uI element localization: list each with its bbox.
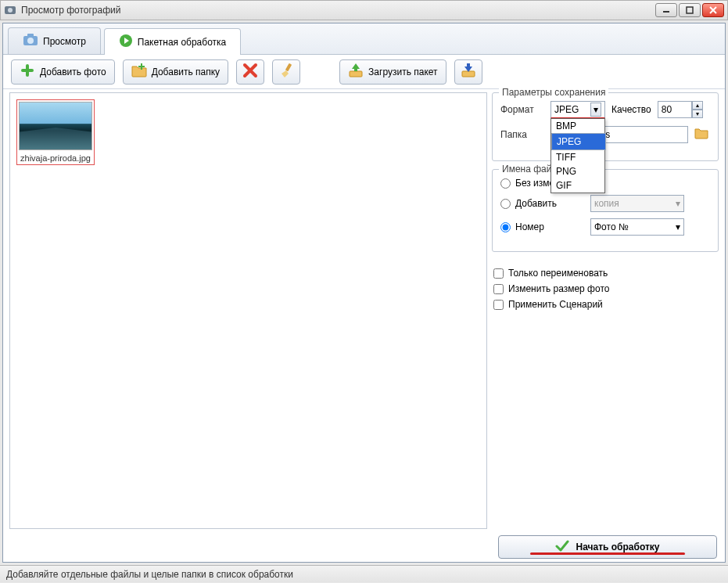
format-option-jpeg[interactable]: JPEG <box>551 133 606 150</box>
svg-rect-3 <box>687 7 693 13</box>
format-option-png[interactable]: PNG <box>551 164 604 178</box>
suffix-value: копия <box>594 198 619 209</box>
tab-preview[interactable]: Просмотр <box>8 27 101 54</box>
close-button[interactable] <box>702 3 724 17</box>
load-batch-label: Загрузить пакет <box>368 67 437 77</box>
svg-rect-21 <box>462 71 475 77</box>
window-title: Просмотр фотографий <box>21 5 655 16</box>
titlebar: Просмотр фотографий <box>0 0 728 20</box>
load-batch-button[interactable]: Загрузить пакет <box>339 59 446 85</box>
chevron-down-icon: ▾ <box>676 221 680 232</box>
filenames-legend: Имена фай <box>499 164 554 175</box>
delete-icon <box>242 63 258 81</box>
folder-plus-icon <box>131 63 147 80</box>
camera-icon <box>23 34 38 49</box>
maximize-button[interactable] <box>679 3 701 17</box>
prefix-value: Фото № <box>594 221 629 232</box>
filenames-group: Имена фай Без изменения Добавить копия ▾… <box>492 169 719 252</box>
radio-number[interactable] <box>500 222 511 232</box>
checkbox-resize[interactable] <box>493 284 504 294</box>
tab-preview-label: Просмотр <box>43 36 86 47</box>
quality-up[interactable]: ▴ <box>692 101 703 110</box>
plus-icon <box>20 63 35 81</box>
thumbnail-caption: zhivaja-priroda.jpg <box>19 153 92 163</box>
prefix-combo[interactable]: Фото № ▾ <box>590 218 684 236</box>
play-icon <box>119 34 133 50</box>
clear-button[interactable] <box>272 59 300 85</box>
format-label: Формат <box>500 104 544 115</box>
start-processing-button[interactable]: Начать обработку <box>498 535 717 559</box>
save-params-group: Параметры сохранения Формат JPEG ▾ Качес… <box>492 92 719 161</box>
thumbnail-item[interactable]: zhivaja-priroda.jpg <box>16 99 95 165</box>
svg-rect-17 <box>285 63 292 72</box>
file-list-pane[interactable]: zhivaja-priroda.jpg <box>9 92 487 529</box>
brush-icon <box>278 63 294 81</box>
svg-point-7 <box>27 38 34 44</box>
status-bar: Добавляйте отдельные файлы и целые папки… <box>0 565 728 582</box>
upload-icon <box>348 63 364 80</box>
add-photo-label: Добавить фото <box>40 67 106 77</box>
delete-button[interactable] <box>236 59 264 85</box>
minimize-button[interactable] <box>655 3 677 17</box>
start-button-label: Начать обработку <box>576 542 659 552</box>
svg-rect-14 <box>138 66 145 67</box>
tab-batch[interactable]: Пакетная обработка <box>104 28 241 55</box>
tabstrip: Просмотр Пакетная обработка <box>3 23 725 55</box>
bottom-bar: Начать обработку <box>3 535 725 559</box>
chevron-down-icon: ▾ <box>676 198 680 209</box>
format-option-gif[interactable]: GIF <box>551 178 604 193</box>
svg-rect-20 <box>354 67 357 71</box>
radio-add[interactable] <box>500 199 511 209</box>
quality-label: Качество <box>611 104 651 115</box>
extra-options: Только переименовать Изменить размер фот… <box>492 260 719 318</box>
format-option-bmp[interactable]: BMP <box>551 119 604 133</box>
check-icon <box>555 539 569 556</box>
download-icon <box>461 63 476 80</box>
format-dropdown: BMP JPEG TIFF PNG GIF <box>550 118 605 193</box>
content-area: zhivaja-priroda.jpg Параметры сохранения… <box>3 89 725 532</box>
checkbox-scenario-label: Применить Сценарий <box>508 299 603 310</box>
checkbox-resize-label: Изменить размер фото <box>508 283 609 294</box>
radio-number-label: Номер <box>515 221 586 232</box>
checkbox-rename-only[interactable] <box>493 268 504 279</box>
main-frame: Просмотр Пакетная обработка Добавить фот… <box>2 23 726 563</box>
status-text: Добавляйте отдельные файлы и целые папки… <box>6 569 293 580</box>
radio-nochange[interactable] <box>500 178 511 189</box>
folder-label: Папка <box>500 129 544 140</box>
format-option-tiff[interactable]: TIFF <box>551 150 604 164</box>
quality-down[interactable]: ▾ <box>692 110 703 118</box>
svg-rect-8 <box>27 34 34 37</box>
quality-input[interactable] <box>658 101 692 118</box>
browse-folder-button[interactable] <box>694 127 710 142</box>
thumbnail-image <box>19 102 92 150</box>
checkbox-scenario[interactable] <box>493 300 504 310</box>
add-photo-button[interactable]: Добавить фото <box>11 59 115 85</box>
svg-rect-12 <box>21 69 34 72</box>
toolbar: Добавить фото Добавить папку Загрузить п… <box>3 55 725 89</box>
svg-rect-18 <box>350 71 362 77</box>
format-value: JPEG <box>554 104 579 115</box>
suffix-combo[interactable]: копия ▾ <box>590 195 684 212</box>
settings-pane: Параметры сохранения Формат JPEG ▾ Качес… <box>492 92 719 529</box>
save-batch-button[interactable] <box>454 59 482 85</box>
app-icon <box>4 4 16 16</box>
add-folder-label: Добавить папку <box>152 67 220 77</box>
save-params-legend: Параметры сохранения <box>499 87 608 98</box>
svg-rect-23 <box>467 63 470 68</box>
svg-point-1 <box>8 8 13 13</box>
radio-add-label: Добавить <box>515 198 586 209</box>
add-folder-button[interactable]: Добавить папку <box>123 59 228 85</box>
tab-batch-label: Пакетная обработка <box>138 37 226 48</box>
checkbox-rename-only-label: Только переименовать <box>508 268 608 279</box>
format-select[interactable]: JPEG ▾ <box>550 101 605 118</box>
chevron-down-icon: ▾ <box>590 103 601 117</box>
